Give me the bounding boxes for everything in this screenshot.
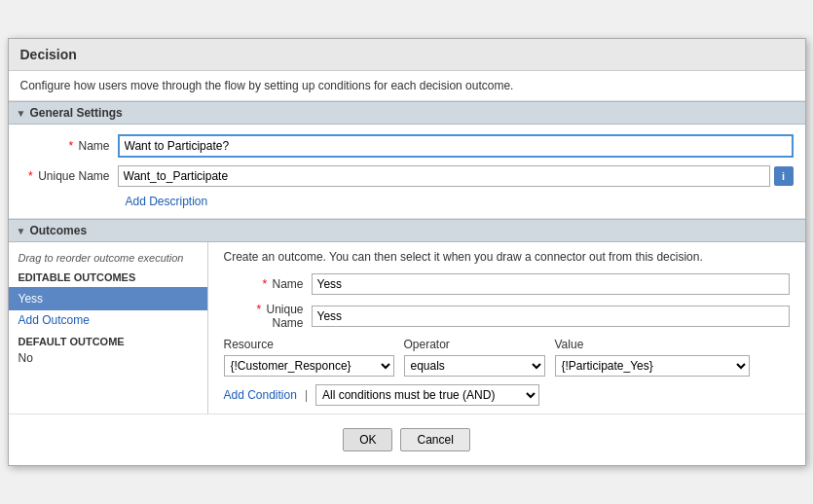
value-header: Value xyxy=(555,338,790,351)
outcome-name-label: * Name xyxy=(224,277,312,291)
decision-dialog: Decision Configure how users move throug… xyxy=(8,38,806,466)
value-select[interactable]: {!Participate_Yes} xyxy=(555,355,750,377)
general-settings-header: ▼ General Settings xyxy=(9,101,805,125)
default-outcome-label: DEFAULT OUTCOME xyxy=(9,330,207,349)
general-settings-form: * Name * Unique Name i Add Description xyxy=(9,125,805,219)
outcome-item-yess[interactable]: Yess xyxy=(9,287,207,310)
outcomes-right-panel: Create an outcome. You can then select i… xyxy=(208,242,805,414)
add-description-row: Add Description xyxy=(20,195,794,208)
outcome-name-input[interactable] xyxy=(312,273,790,295)
outcome-unique-name-label: * Unique Name xyxy=(224,303,312,330)
logic-select[interactable]: All conditions must be true (AND) xyxy=(315,384,539,406)
triangle-icon: ▼ xyxy=(17,108,26,119)
default-outcome-value: No xyxy=(9,349,207,367)
pipe-separator: | xyxy=(305,388,308,402)
outcomes-header: ▼ Outcomes xyxy=(9,219,805,242)
operator-select[interactable]: equals xyxy=(404,355,545,377)
outcomes-left-panel: Drag to reorder outcome execution EDITAB… xyxy=(9,242,208,414)
add-condition-row: Add Condition | All conditions must be t… xyxy=(224,384,790,406)
dialog-footer: OK Cancel xyxy=(9,414,805,465)
drag-hint: Drag to reorder outcome execution xyxy=(9,250,207,270)
outcome-name-row: * Name xyxy=(224,273,790,295)
unique-name-input[interactable] xyxy=(118,165,770,187)
resource-header: Resource xyxy=(224,338,394,351)
outcomes-section: Drag to reorder outcome execution EDITAB… xyxy=(9,242,805,414)
name-label: * Name xyxy=(20,139,118,153)
name-row: * Name xyxy=(20,134,794,158)
condition-inputs-row: {!Customer_Responce} equals {!Participat… xyxy=(224,355,790,377)
dialog-description: Configure how users move through the flo… xyxy=(9,71,805,101)
outcomes-label: Outcomes xyxy=(29,224,87,237)
condition-headers: Resource Operator Value xyxy=(224,338,790,351)
cancel-button[interactable]: Cancel xyxy=(400,428,469,451)
name-required-star: * xyxy=(68,139,73,153)
name-input[interactable] xyxy=(118,134,794,158)
dialog-title: Decision xyxy=(9,39,805,71)
add-condition-link[interactable]: Add Condition xyxy=(224,388,297,402)
outcome-unique-name-row: * Unique Name xyxy=(224,303,790,330)
add-outcome-link[interactable]: Add Outcome xyxy=(9,310,207,330)
outcomes-triangle-icon: ▼ xyxy=(17,226,26,236)
outcome-unique-name-input[interactable] xyxy=(312,306,790,327)
editable-outcomes-label: EDITABLE OUTCOMES xyxy=(9,270,207,287)
outcome-unique-name-star: * xyxy=(256,303,261,316)
unique-name-row: * Unique Name i xyxy=(20,165,794,187)
outcomes-description: Create an outcome. You can then select i… xyxy=(224,250,790,264)
outcome-name-star: * xyxy=(262,277,267,291)
resource-select[interactable]: {!Customer_Responce} xyxy=(224,355,394,377)
unique-name-required-star: * xyxy=(28,169,33,183)
general-settings-label: General Settings xyxy=(29,106,122,120)
unique-name-label: * Unique Name xyxy=(20,169,118,183)
ok-button[interactable]: OK xyxy=(343,428,392,451)
add-description-link[interactable]: Add Description xyxy=(126,195,208,208)
info-icon[interactable]: i xyxy=(774,166,794,186)
operator-header: Operator xyxy=(404,338,545,351)
